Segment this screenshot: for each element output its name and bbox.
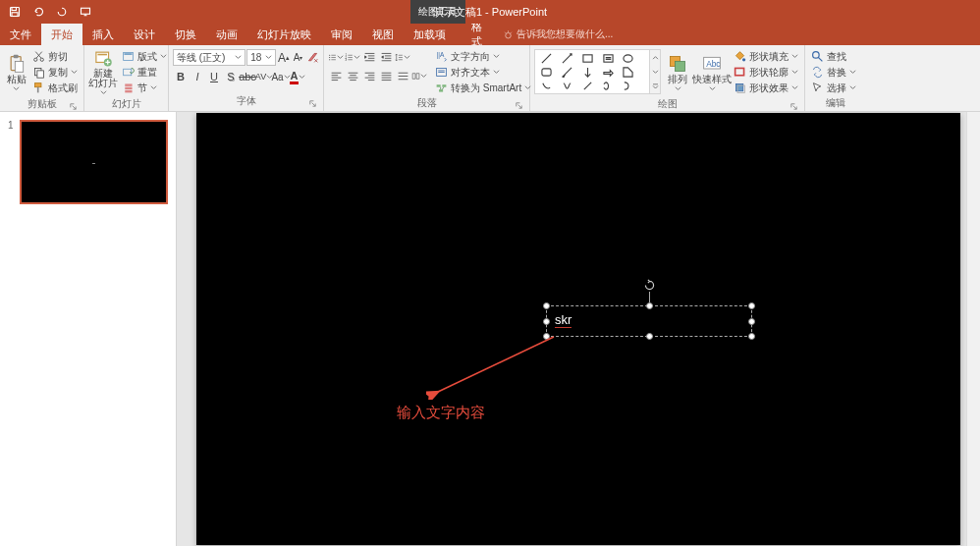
strike-button[interactable]: abc	[240, 69, 255, 84]
tab-addins[interactable]: 加载项	[404, 24, 456, 45]
shrink-font-button[interactable]: A▾	[292, 50, 305, 66]
start-show-icon[interactable]	[75, 1, 96, 23]
smartart-label: 转换为 SmartArt	[451, 82, 521, 95]
textbox[interactable]: skr	[546, 305, 752, 337]
svg-rect-36	[542, 68, 551, 75]
align-right-button[interactable]	[361, 68, 377, 83]
slide-thumbnail-1[interactable]: 1	[8, 120, 168, 204]
smartart-button[interactable]: 转换为 SmartArt	[433, 81, 533, 95]
columns-button[interactable]	[411, 68, 427, 83]
numbering-button[interactable]: 123	[345, 49, 360, 65]
resize-handle[interactable]	[543, 318, 550, 325]
select-button[interactable]: 选择	[809, 81, 858, 95]
redo-icon[interactable]	[51, 1, 73, 23]
font-color-button[interactable]: A	[290, 69, 305, 84]
resize-handle[interactable]	[646, 302, 653, 309]
section-button[interactable]: 节	[120, 81, 169, 95]
dialog-launcher-icon[interactable]	[308, 99, 317, 108]
undo-icon[interactable]	[27, 1, 49, 23]
tab-design[interactable]: 设计	[124, 24, 165, 45]
paste-label: 粘贴	[7, 75, 27, 84]
tab-animations[interactable]: 动画	[206, 24, 247, 45]
case-button[interactable]: Aa	[273, 69, 289, 84]
tab-transitions[interactable]: 切换	[165, 24, 206, 45]
shadow-button[interactable]: S	[223, 69, 239, 84]
inc-indent-button[interactable]	[378, 49, 394, 65]
reset-button[interactable]: 重置	[120, 65, 169, 80]
slide-canvas[interactable]: skr 输入文字内容	[196, 113, 960, 545]
font-name-select[interactable]: 等线 (正文)	[173, 49, 245, 66]
justify-button[interactable]	[378, 68, 394, 83]
resize-handle[interactable]	[543, 333, 550, 340]
tab-file[interactable]: 文件	[0, 24, 41, 45]
resize-handle[interactable]	[646, 333, 653, 340]
font-size-select[interactable]: 18	[246, 49, 276, 66]
section-label: 节	[137, 82, 147, 95]
replace-button[interactable]: 替换	[809, 65, 858, 80]
resize-handle[interactable]	[748, 302, 755, 309]
new-slide-button[interactable]: 新建幻灯片	[88, 49, 118, 96]
grow-font-button[interactable]: A▴	[277, 50, 291, 66]
align-center-button[interactable]	[345, 68, 360, 83]
bold-button[interactable]: B	[173, 69, 189, 84]
annotation-text: 输入文字内容	[397, 404, 485, 422]
group-editing: 查找 替换 选择 编辑	[805, 45, 866, 111]
svg-rect-32	[439, 89, 443, 91]
italic-button[interactable]: I	[190, 69, 205, 84]
dec-indent-button[interactable]	[361, 49, 377, 65]
shape-fill-button[interactable]: 形状填充	[732, 49, 800, 64]
svg-point-8	[34, 58, 37, 61]
rotate-handle[interactable]	[643, 279, 656, 292]
scrollbar[interactable]	[966, 112, 980, 546]
drawing-group-label: 绘图	[534, 96, 800, 112]
clear-format-button[interactable]	[305, 50, 319, 66]
tab-format[interactable]: 格式	[458, 24, 495, 45]
underline-button[interactable]: U	[206, 69, 222, 84]
svg-rect-7	[15, 61, 23, 72]
resize-handle[interactable]	[748, 318, 755, 325]
arrange-button[interactable]: 排列	[663, 49, 692, 96]
svg-point-24	[329, 59, 330, 60]
dialog-launcher-icon[interactable]	[69, 102, 78, 111]
slide-area: skr 输入文字内容	[177, 112, 980, 546]
copy-button[interactable]: 复制	[30, 65, 80, 80]
resize-handle[interactable]	[748, 333, 755, 340]
cut-button[interactable]: 剪切	[30, 49, 80, 64]
slides-group-label: 幻灯片	[88, 96, 164, 112]
resize-handle[interactable]	[543, 302, 550, 309]
tab-slideshow[interactable]: 幻灯片放映	[247, 24, 321, 45]
line-spacing-button[interactable]	[395, 49, 410, 65]
layout-button[interactable]: 版式	[120, 49, 169, 64]
shape-effects-button[interactable]: 形状效果	[732, 81, 800, 95]
svg-rect-33	[583, 54, 592, 61]
align-text-button[interactable]: 对齐文本	[433, 65, 533, 80]
text-direction-button[interactable]: ||A文字方向	[433, 49, 533, 64]
distribute-button[interactable]	[395, 68, 410, 83]
tab-insert[interactable]: 插入	[82, 24, 124, 45]
format-painter-button[interactable]: 格式刷	[30, 81, 80, 95]
svg-line-46	[438, 337, 554, 392]
tell-me[interactable]: 告诉我您想要做什么...	[495, 24, 613, 45]
shapes-gallery[interactable]	[534, 49, 661, 94]
tab-home[interactable]: 开始	[41, 24, 82, 45]
tab-view[interactable]: 视图	[362, 24, 404, 45]
svg-rect-17	[124, 53, 132, 55]
spacing-button[interactable]: AV	[256, 69, 272, 84]
shapes-more[interactable]	[649, 50, 660, 93]
textbox-text[interactable]: skr	[555, 312, 572, 328]
align-left-button[interactable]	[328, 68, 344, 83]
group-drawing: 排列 Abc 快速样式 形状填充 形状轮廓 形状效果 绘图	[530, 45, 805, 111]
dialog-launcher-icon[interactable]	[515, 101, 523, 110]
svg-rect-30	[437, 84, 441, 86]
dialog-launcher-icon[interactable]	[789, 102, 798, 111]
arrange-label: 排列	[668, 75, 687, 84]
find-button[interactable]: 查找	[809, 49, 858, 64]
shape-outline-button[interactable]: 形状轮廓	[732, 65, 800, 80]
tab-review[interactable]: 审阅	[321, 24, 362, 45]
save-icon[interactable]	[4, 1, 26, 23]
annotation-arrow	[426, 331, 560, 400]
paste-button[interactable]: 粘贴	[4, 49, 28, 96]
bullets-button[interactable]	[328, 49, 344, 65]
select-label: 选择	[827, 82, 846, 95]
quick-styles-button[interactable]: Abc 快速样式	[694, 49, 730, 96]
